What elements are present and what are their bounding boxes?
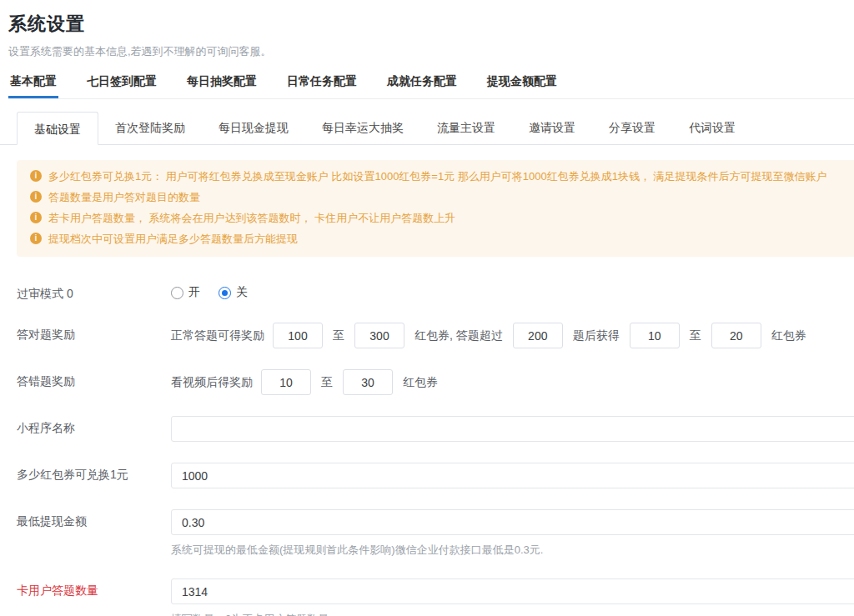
segment-text: 红包券 [403, 375, 438, 390]
field-hint: 系统可提现的最低金额(提现规则首此条件影响)微信企业付款接口最低是0.3元. [171, 543, 854, 558]
coupon-rate-input[interactable] [171, 463, 854, 488]
field-hint: 填写数量，0为不卡用户答题数量 [171, 612, 854, 616]
row-min-withdraw: 最低提现金额 系统可提现的最低金额(提现规则首此条件影响)微信企业付款接口最低是… [17, 509, 854, 558]
primary-tab-bar: 基本配置 七日签到配置 每日抽奖配置 日常任务配置 成就任务配置 提现金额配置 [8, 74, 854, 99]
page-subtitle: 设置系统需要的基本信息,若遇到不理解的可询问客服。 [8, 44, 854, 59]
settings-form: 过审模式 0 开 关 答对题奖励 [17, 282, 854, 616]
field-label: 卡用户答题数量 [17, 578, 171, 598]
notice-text: 若卡用户答题数量， 系统将会在用户达到该答题数时， 卡住用户不让用户答题数上升 [48, 208, 455, 228]
notice-line: 答题数量是用户答对题目的数量 [30, 187, 846, 208]
tab-daily-cash-withdraw[interactable]: 每日现金提现 [202, 111, 305, 144]
notice-box: 多少红包券可兑换1元： 用户可将红包券兑换成至现金账户 比如设置1000红包券=… [17, 160, 854, 257]
row-correct-reward: 答对题奖励 正常答题可得奖励 至 红包券, 答题超过 题后获得 至 红包券 [17, 323, 854, 348]
notice-line: 提现档次中可设置用户满足多少答题数量后方能提现 [30, 228, 846, 249]
row-app-name: 小程序名称 [17, 416, 854, 442]
radio-label: 关 [236, 285, 248, 300]
segment-text: 题后获得 [573, 328, 620, 343]
field-label: 答错题奖励 [17, 369, 171, 389]
info-icon [30, 191, 42, 203]
notice-text: 答题数量是用户答对题目的数量 [48, 187, 200, 208]
notice-line: 若卡用户答题数量， 系统将会在用户达到该答题数时， 卡住用户不让用户答题数上升 [30, 208, 846, 228]
question-threshold-input[interactable] [513, 323, 563, 348]
tab-seven-day-signin-config[interactable]: 七日签到配置 [85, 74, 158, 98]
segment-text: 至 [333, 328, 344, 343]
page-title: 系统设置 [8, 12, 854, 37]
content-card: 基础设置 首次登陆奖励 每日现金提现 每日幸运大抽奖 流量主设置 邀请设置 分享… [0, 99, 854, 616]
row-block-count: 卡用户答题数量 填写数量，0为不卡用户答题数量 [17, 578, 854, 616]
notice-text: 提现档次中可设置用户满足多少答题数量后方能提现 [48, 228, 298, 249]
tab-withdraw-amount-config[interactable]: 提现金额配置 [485, 74, 559, 98]
tab-invite-settings[interactable]: 邀请设置 [512, 111, 592, 144]
tab-daily-task-config[interactable]: 日常任务配置 [285, 74, 359, 98]
info-icon [30, 212, 42, 223]
tab-first-login-reward[interactable]: 首次登陆奖励 [98, 111, 202, 144]
correct-reward-min-input[interactable] [273, 323, 323, 348]
field-label: 最低提现金额 [17, 509, 171, 529]
radio-circle-icon[interactable] [171, 287, 183, 299]
correct-reward-max-input[interactable] [354, 323, 404, 348]
notice-text: 多少红包券可兑换1元： 用户可将红包券兑换成至现金账户 比如设置1000红包券=… [48, 166, 827, 187]
field-label: 多少红包券可兑换1元 [17, 463, 171, 483]
segment-text: 正常答题可得奖励 [171, 328, 264, 343]
page-header: 系统设置 设置系统需要的基本信息,若遇到不理解的可询问客服。 基本配置 七日签到… [0, 0, 854, 99]
tab-traffic-owner-settings[interactable]: 流量主设置 [420, 111, 512, 144]
review-mode-radio-group: 开 关 [171, 282, 854, 300]
row-review-mode: 过审模式 0 开 关 [17, 282, 854, 302]
info-icon [30, 233, 42, 244]
segment-text: 红包券 [771, 328, 806, 343]
row-coupon-rate: 多少红包券可兑换1元 [17, 463, 854, 488]
after-threshold-min-input[interactable] [630, 323, 680, 348]
segment-text: 至 [321, 375, 333, 390]
block-count-input[interactable] [171, 578, 854, 604]
field-label: 过审模式 0 [17, 282, 171, 302]
radio-review-on[interactable]: 开 [171, 285, 200, 300]
radio-circle-checked-icon[interactable] [219, 287, 231, 299]
radio-review-off[interactable]: 关 [219, 285, 248, 300]
tab-share-settings[interactable]: 分享设置 [592, 111, 672, 144]
tab-daily-lottery-config[interactable]: 每日抽奖配置 [185, 74, 259, 98]
row-wrong-reward: 答错题奖励 看视频后得奖励 至 红包券 [17, 369, 854, 395]
wrong-reward-min-input[interactable] [261, 369, 311, 395]
segment-text: 看视频后得奖励 [171, 375, 253, 390]
settings-page: 系统设置 设置系统需要的基本信息,若遇到不理解的可询问客服。 基本配置 七日签到… [0, 0, 854, 616]
field-label: 小程序名称 [17, 416, 171, 436]
segment-text: 至 [690, 328, 701, 343]
app-name-input[interactable] [171, 416, 854, 442]
secondary-tab-bar: 基础设置 首次登陆奖励 每日现金提现 每日幸运大抽奖 流量主设置 邀请设置 分享… [0, 111, 854, 145]
info-icon [30, 170, 42, 182]
radio-label: 开 [188, 285, 200, 300]
tab-basic-config[interactable]: 基本配置 [8, 74, 58, 98]
tab-achievement-task-config[interactable]: 成就任务配置 [385, 74, 459, 98]
after-threshold-max-input[interactable] [711, 323, 761, 348]
notice-line: 多少红包券可兑换1元： 用户可将红包券兑换成至现金账户 比如设置1000红包券=… [30, 166, 846, 187]
tab-basic-settings[interactable]: 基础设置 [17, 112, 98, 145]
segment-text: 红包券, 答题超过 [414, 328, 503, 343]
min-withdraw-input[interactable] [171, 509, 854, 535]
tab-keyword-settings[interactable]: 代词设置 [672, 111, 752, 144]
wrong-reward-max-input[interactable] [343, 369, 393, 395]
tab-daily-lucky-draw[interactable]: 每日幸运大抽奖 [305, 111, 420, 144]
field-label: 答对题奖励 [17, 323, 171, 343]
